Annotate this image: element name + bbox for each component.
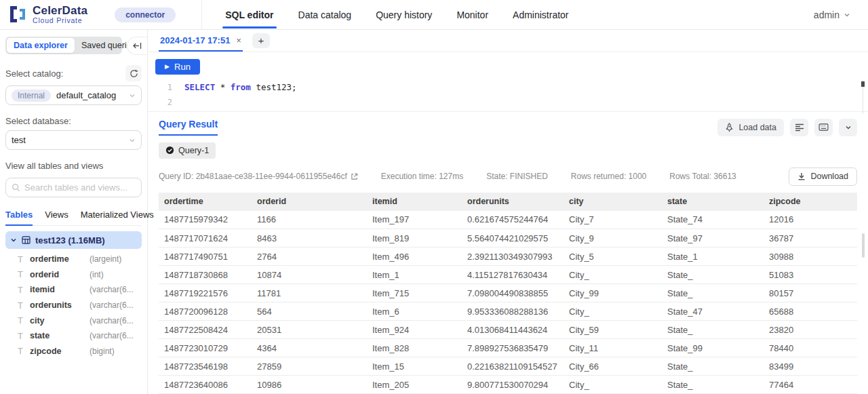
sql-editor[interactable]: 12 SELECT * from test123; — [148, 80, 868, 111]
table-row[interactable]: 1487720096128564Item_69.953336088288136C… — [159, 302, 857, 321]
add-tab-button[interactable]: + — [252, 33, 270, 48]
database-label: Select database: — [5, 116, 71, 126]
table-row[interactable]: 14877159793421166Item_1970.6216745752447… — [159, 211, 857, 229]
nav-item-query-history[interactable]: Query history — [363, 0, 444, 30]
user-name: admin — [814, 9, 840, 20]
table-cell: City_ — [564, 302, 662, 321]
sql-code-line: SELECT * from test123; — [184, 80, 297, 111]
table-cell: 83499 — [764, 357, 857, 376]
table-cell: State_99 — [662, 339, 764, 357]
format-sql-button[interactable] — [790, 119, 808, 136]
query-tab-title: 2024-01-17 17:51 — [160, 35, 230, 45]
data-explorer-sidebar: Data explorer Saved queries Select catal… — [0, 30, 148, 394]
line-number: 1 — [148, 80, 172, 95]
table-cell: 9.953336088288136 — [462, 302, 564, 321]
column-header-orderid: orderid — [252, 193, 367, 211]
table-cell: City_9 — [564, 229, 662, 248]
table-cell: 51083 — [764, 266, 857, 284]
load-data-button[interactable]: Load data — [717, 119, 784, 136]
user-menu[interactable]: admin — [814, 9, 850, 20]
table-cell: Item_6 — [367, 302, 462, 321]
refresh-icon — [130, 69, 138, 78]
table-row[interactable]: 14877174907512764Item_4962.3921130349307… — [159, 248, 857, 266]
table-cell: 1487723640086 — [159, 376, 252, 394]
table-row[interactable]: 148771922157611781Item_7157.098004490838… — [159, 284, 857, 302]
table-row[interactable]: 148772354619827859Item_150.2216382110915… — [159, 357, 857, 376]
object-tab-views[interactable]: Views — [45, 207, 68, 225]
column-item-orderunits[interactable]: Torderunits(varchar(6... — [5, 298, 142, 313]
chevron-down-icon — [10, 237, 17, 243]
table-cell: 564 — [252, 302, 367, 321]
nav-item-sql-editor[interactable]: SQL editor — [213, 0, 285, 30]
table-cell: Item_715 — [367, 284, 462, 302]
table-tree-item-test123[interactable]: test123 (1.16MB) — [5, 231, 142, 249]
download-button[interactable]: Download — [789, 168, 857, 186]
column-item-city[interactable]: Tcity(varchar(6... — [5, 313, 142, 328]
table-cell: State_97 — [662, 229, 764, 248]
tab-query-result[interactable]: Query Result — [159, 119, 218, 136]
internal-badge: Internal — [12, 90, 51, 102]
object-tab-materialized-views[interactable]: Materialized Views — [81, 207, 154, 225]
brand-logo[interactable]: CelerData Cloud Private — [8, 5, 87, 24]
table-cell: 1166 — [252, 211, 367, 229]
table-row[interactable]: 148772364008610986Item_2059.800771530070… — [159, 376, 857, 394]
table-cell: City_66 — [564, 357, 662, 376]
keyboard-icon — [818, 123, 829, 131]
search-input[interactable] — [24, 182, 136, 193]
table-cell: 11781 — [252, 284, 367, 302]
table-cell: City_59 — [564, 321, 662, 339]
header-divider — [201, 0, 202, 29]
more-actions-button[interactable] — [839, 119, 857, 136]
brand-name: CelerData — [33, 5, 87, 17]
table-row[interactable]: 148772250842420531Item_9244.013068411443… — [159, 321, 857, 339]
table-cell: 2.3921130349307993 — [462, 248, 564, 266]
table-row[interactable]: 14877230107294364Item_8287.8989275368354… — [159, 339, 857, 357]
selected-table-label: test123 (1.16MB) — [35, 235, 105, 245]
column-datatype: (varchar(6... — [90, 285, 134, 294]
nav-item-monitor[interactable]: Monitor — [444, 0, 500, 30]
tab-data-explorer[interactable]: Data explorer — [7, 38, 75, 53]
table-cell: 1487715979342 — [159, 211, 252, 229]
top-header: CelerData Cloud Private connector SQL ed… — [0, 0, 868, 30]
catalog-select[interactable]: Internal default_catalog — [5, 85, 142, 105]
table-cell: 80157 — [764, 284, 857, 302]
column-item-state[interactable]: Tstate(varchar(6... — [5, 328, 142, 344]
table-row[interactable]: 14877170716248463Item_8195.5640744210295… — [159, 229, 857, 248]
result-scrollbar-thumb[interactable] — [862, 233, 865, 258]
table-cell: State_ — [662, 357, 764, 376]
run-button[interactable]: ▶ Run — [155, 59, 200, 75]
result-table-header-row: ordertimeorderiditemidorderunitscitystat… — [159, 193, 857, 211]
column-item-ordertime[interactable]: Tordertime(largeint) — [5, 252, 142, 267]
query-1-pill[interactable]: Query-1 — [159, 142, 216, 159]
sidebar-mode-switch: Data explorer Saved queries — [5, 37, 122, 54]
table-cell: State_ — [662, 376, 764, 394]
table-cell: 5.564074421029575 — [462, 229, 564, 248]
table-icon — [22, 236, 31, 244]
query-tab[interactable]: 2024-01-17 17:51 × — [159, 30, 243, 52]
column-item-zipcode[interactable]: Tzipcode(bigint) — [5, 344, 142, 359]
column-header-state: state — [662, 193, 764, 211]
external-link-icon[interactable] — [351, 173, 358, 180]
rows-total-text: Rows Total: 36613 — [669, 172, 736, 181]
column-type-icon: T — [18, 285, 30, 295]
table-row[interactable]: 148771873086810874Item_14.11512781763043… — [159, 266, 857, 284]
nav-item-administrator[interactable]: Administrator — [500, 0, 580, 30]
table-cell: City_5 — [564, 248, 662, 266]
column-header-zipcode: zipcode — [764, 193, 857, 211]
query-tab-bar: 2024-01-17 17:51 × + — [148, 30, 868, 52]
database-select[interactable]: test — [5, 130, 142, 150]
result-table: ordertimeorderiditemidorderunitscitystat… — [159, 193, 857, 394]
close-tab-icon[interactable]: × — [236, 35, 241, 45]
column-type-icon: T — [18, 269, 30, 279]
nav-item-data-catalog[interactable]: Data catalog — [286, 0, 364, 30]
view-all-link[interactable]: View all tables and views — [5, 161, 142, 171]
shortcuts-button[interactable] — [814, 119, 833, 136]
collapse-sidebar-button[interactable] — [127, 37, 147, 55]
column-item-itemid[interactable]: Titemid(varchar(6... — [5, 282, 142, 298]
refresh-button[interactable] — [125, 65, 142, 81]
editor-scrollbar-thumb[interactable] — [861, 81, 865, 87]
object-tab-tables[interactable]: Tables — [5, 207, 33, 225]
sql-editor-main: 2024-01-17 17:51 × + ▶ Run 12 SELECT * f… — [148, 30, 868, 394]
download-label: Download — [810, 172, 848, 181]
column-item-orderid[interactable]: Torderid(int) — [5, 267, 142, 283]
